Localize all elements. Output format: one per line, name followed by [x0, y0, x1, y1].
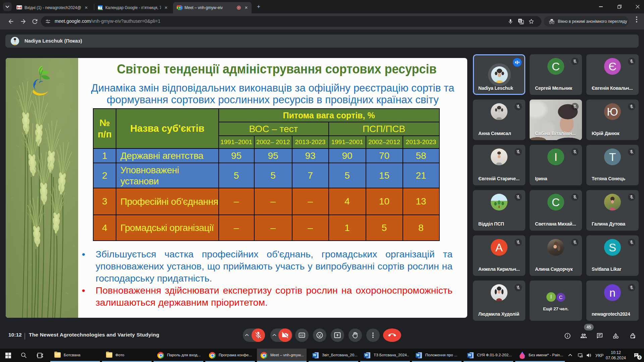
svg-text:G: G [519, 19, 521, 22]
svg-text:7: 7 [100, 6, 101, 9]
svg-text:CC: CC [300, 334, 304, 337]
